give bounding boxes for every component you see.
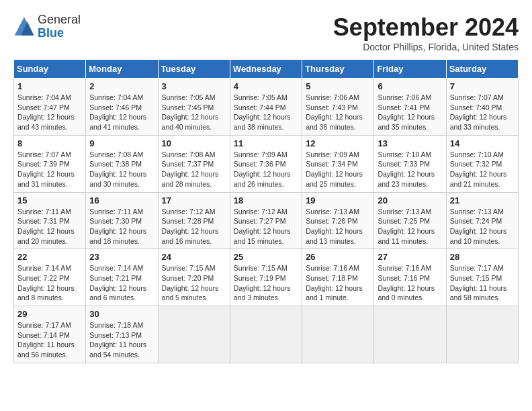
calendar-cell xyxy=(230,306,302,363)
calendar-cell: 25Sunrise: 7:15 AMSunset: 7:19 PMDayligh… xyxy=(230,249,302,306)
calendar-cell: 30Sunrise: 7:18 AMSunset: 7:13 PMDayligh… xyxy=(86,306,158,363)
calendar-cell: 4Sunrise: 7:05 AMSunset: 7:44 PMDaylight… xyxy=(230,79,302,136)
day-info: Sunrise: 7:10 AMSunset: 7:32 PMDaylight:… xyxy=(450,150,515,189)
day-info: Sunrise: 7:13 AMSunset: 7:24 PMDaylight:… xyxy=(450,207,515,246)
day-number: 13 xyxy=(378,138,442,148)
day-info: Sunrise: 7:09 AMSunset: 7:34 PMDaylight:… xyxy=(306,150,370,189)
logo-text: General Blue xyxy=(38,13,81,40)
header-friday: Friday xyxy=(374,60,446,79)
day-number: 8 xyxy=(17,138,82,148)
day-info: Sunrise: 7:16 AMSunset: 7:16 PMDaylight:… xyxy=(378,263,442,303)
calendar-week-row: 22Sunrise: 7:14 AMSunset: 7:22 PMDayligh… xyxy=(14,249,519,306)
day-info: Sunrise: 7:15 AMSunset: 7:19 PMDaylight:… xyxy=(234,263,298,303)
day-number: 29 xyxy=(17,309,82,319)
day-number: 24 xyxy=(162,252,226,262)
day-info: Sunrise: 7:16 AMSunset: 7:18 PMDaylight:… xyxy=(306,263,370,303)
day-number: 9 xyxy=(89,138,154,148)
calendar-cell: 7Sunrise: 7:07 AMSunset: 7:40 PMDaylight… xyxy=(446,79,518,136)
calendar-cell: 8Sunrise: 7:07 AMSunset: 7:39 PMDaylight… xyxy=(14,135,86,192)
calendar-cell: 29Sunrise: 7:17 AMSunset: 7:14 PMDayligh… xyxy=(14,306,86,363)
day-info: Sunrise: 7:11 AMSunset: 7:31 PMDaylight:… xyxy=(17,207,82,246)
calendar-week-row: 8Sunrise: 7:07 AMSunset: 7:39 PMDaylight… xyxy=(14,135,519,192)
day-number: 18 xyxy=(234,195,298,205)
calendar-cell: 18Sunrise: 7:12 AMSunset: 7:27 PMDayligh… xyxy=(230,192,302,249)
day-info: Sunrise: 7:05 AMSunset: 7:45 PMDaylight:… xyxy=(162,93,226,132)
day-info: Sunrise: 7:05 AMSunset: 7:44 PMDaylight:… xyxy=(234,93,298,132)
day-info: Sunrise: 7:15 AMSunset: 7:20 PMDaylight:… xyxy=(162,263,226,303)
day-info: Sunrise: 7:18 AMSunset: 7:13 PMDaylight:… xyxy=(89,320,154,360)
calendar-cell: 20Sunrise: 7:13 AMSunset: 7:25 PMDayligh… xyxy=(374,192,446,249)
day-info: Sunrise: 7:06 AMSunset: 7:41 PMDaylight:… xyxy=(378,93,442,132)
day-info: Sunrise: 7:04 AMSunset: 7:46 PMDaylight:… xyxy=(89,93,154,132)
calendar-cell: 2Sunrise: 7:04 AMSunset: 7:46 PMDaylight… xyxy=(86,79,158,136)
day-number: 12 xyxy=(306,138,370,148)
calendar-cell: 15Sunrise: 7:11 AMSunset: 7:31 PMDayligh… xyxy=(14,192,86,249)
day-info: Sunrise: 7:11 AMSunset: 7:30 PMDaylight:… xyxy=(89,207,154,246)
day-info: Sunrise: 7:08 AMSunset: 7:38 PMDaylight:… xyxy=(89,150,154,189)
calendar-week-row: 1Sunrise: 7:04 AMSunset: 7:47 PMDaylight… xyxy=(14,79,519,136)
day-number: 30 xyxy=(89,309,154,319)
day-info: Sunrise: 7:12 AMSunset: 7:28 PMDaylight:… xyxy=(162,207,226,246)
logo: General Blue xyxy=(13,13,81,40)
day-number: 10 xyxy=(162,138,226,148)
day-number: 14 xyxy=(450,138,515,148)
calendar-cell: 10Sunrise: 7:08 AMSunset: 7:37 PMDayligh… xyxy=(158,135,230,192)
calendar-cell: 3Sunrise: 7:05 AMSunset: 7:45 PMDaylight… xyxy=(158,79,230,136)
day-number: 5 xyxy=(306,81,370,91)
day-number: 7 xyxy=(450,81,515,91)
day-number: 6 xyxy=(378,81,442,91)
day-number: 15 xyxy=(17,195,82,205)
calendar-cell xyxy=(374,306,446,363)
calendar-cell: 23Sunrise: 7:14 AMSunset: 7:21 PMDayligh… xyxy=(86,249,158,306)
day-info: Sunrise: 7:17 AMSunset: 7:14 PMDaylight:… xyxy=(17,320,82,360)
day-number: 26 xyxy=(306,252,370,262)
calendar-cell: 9Sunrise: 7:08 AMSunset: 7:38 PMDaylight… xyxy=(86,135,158,192)
day-number: 2 xyxy=(89,81,154,91)
calendar-cell: 1Sunrise: 7:04 AMSunset: 7:47 PMDaylight… xyxy=(14,79,86,136)
day-info: Sunrise: 7:12 AMSunset: 7:27 PMDaylight:… xyxy=(234,207,298,246)
day-number: 11 xyxy=(234,138,298,148)
calendar-cell xyxy=(158,306,230,363)
calendar-cell: 26Sunrise: 7:16 AMSunset: 7:18 PMDayligh… xyxy=(302,249,374,306)
title-block: September 2024 Doctor Phillips, Florida,… xyxy=(333,13,519,52)
day-info: Sunrise: 7:06 AMSunset: 7:43 PMDaylight:… xyxy=(306,93,370,132)
calendar-cell: 21Sunrise: 7:13 AMSunset: 7:24 PMDayligh… xyxy=(446,192,518,249)
day-number: 20 xyxy=(378,195,442,205)
calendar-cell: 24Sunrise: 7:15 AMSunset: 7:20 PMDayligh… xyxy=(158,249,230,306)
day-info: Sunrise: 7:13 AMSunset: 7:25 PMDaylight:… xyxy=(378,207,442,246)
day-number: 3 xyxy=(162,81,226,91)
calendar-cell: 6Sunrise: 7:06 AMSunset: 7:41 PMDaylight… xyxy=(374,79,446,136)
day-info: Sunrise: 7:09 AMSunset: 7:36 PMDaylight:… xyxy=(234,150,298,189)
logo-icon xyxy=(13,16,35,38)
header-monday: Monday xyxy=(86,60,158,79)
calendar-table: SundayMondayTuesdayWednesdayThursdayFrid… xyxy=(13,59,519,363)
location: Doctor Phillips, Florida, United States xyxy=(333,42,519,52)
header-thursday: Thursday xyxy=(302,60,374,79)
day-number: 19 xyxy=(306,195,370,205)
day-number: 1 xyxy=(17,81,82,91)
day-info: Sunrise: 7:08 AMSunset: 7:37 PMDaylight:… xyxy=(162,150,226,189)
calendar-cell: 28Sunrise: 7:17 AMSunset: 7:15 PMDayligh… xyxy=(446,249,518,306)
header-sunday: Sunday xyxy=(14,60,86,79)
header-saturday: Saturday xyxy=(446,60,518,79)
calendar-cell: 22Sunrise: 7:14 AMSunset: 7:22 PMDayligh… xyxy=(14,249,86,306)
day-info: Sunrise: 7:04 AMSunset: 7:47 PMDaylight:… xyxy=(17,93,82,132)
day-info: Sunrise: 7:13 AMSunset: 7:26 PMDaylight:… xyxy=(306,207,370,246)
calendar-cell: 14Sunrise: 7:10 AMSunset: 7:32 PMDayligh… xyxy=(446,135,518,192)
day-number: 25 xyxy=(234,252,298,262)
day-info: Sunrise: 7:10 AMSunset: 7:33 PMDaylight:… xyxy=(378,150,442,189)
calendar-cell: 27Sunrise: 7:16 AMSunset: 7:16 PMDayligh… xyxy=(374,249,446,306)
calendar-week-row: 29Sunrise: 7:17 AMSunset: 7:14 PMDayligh… xyxy=(14,306,519,363)
calendar-cell: 13Sunrise: 7:10 AMSunset: 7:33 PMDayligh… xyxy=(374,135,446,192)
calendar-cell xyxy=(446,306,518,363)
day-number: 16 xyxy=(89,195,154,205)
calendar-header-row: SundayMondayTuesdayWednesdayThursdayFrid… xyxy=(14,60,519,79)
calendar-cell: 19Sunrise: 7:13 AMSunset: 7:26 PMDayligh… xyxy=(302,192,374,249)
calendar-week-row: 15Sunrise: 7:11 AMSunset: 7:31 PMDayligh… xyxy=(14,192,519,249)
page-header: General Blue September 2024 Doctor Phill… xyxy=(13,13,519,52)
day-info: Sunrise: 7:07 AMSunset: 7:39 PMDaylight:… xyxy=(17,150,82,189)
month-title: September 2024 xyxy=(333,13,519,42)
day-number: 27 xyxy=(378,252,442,262)
day-info: Sunrise: 7:14 AMSunset: 7:22 PMDaylight:… xyxy=(17,263,82,303)
day-number: 17 xyxy=(162,195,226,205)
